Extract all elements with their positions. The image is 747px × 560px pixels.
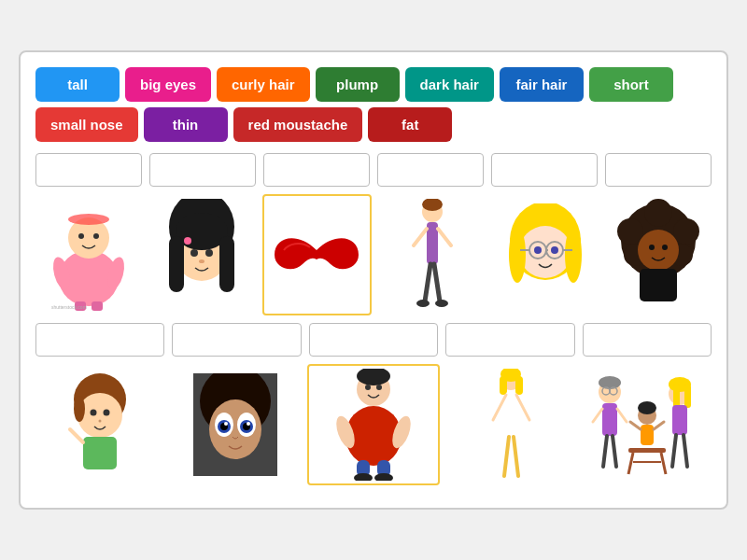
svg-point-94 bbox=[599, 376, 621, 389]
word-bank: tall big eyes curly hair plump dark hair… bbox=[35, 67, 712, 142]
svg-point-52 bbox=[74, 396, 85, 422]
svg-point-3 bbox=[78, 233, 84, 239]
answer-box-1-2[interactable] bbox=[149, 153, 256, 187]
tag-red-moustache[interactable]: red moustache bbox=[233, 107, 363, 142]
image-big-eyes bbox=[172, 364, 301, 485]
svg-rect-105 bbox=[673, 385, 680, 408]
tag-big-eyes[interactable]: big eyes bbox=[125, 67, 211, 102]
answer-box-1-5[interactable] bbox=[491, 153, 598, 187]
svg-point-2 bbox=[68, 214, 109, 225]
main-container: tall big eyes curly hair plump dark hair… bbox=[19, 50, 728, 510]
answer-box-2-5[interactable] bbox=[583, 323, 712, 357]
svg-point-37 bbox=[534, 246, 542, 254]
svg-line-85 bbox=[493, 395, 506, 420]
svg-line-87 bbox=[504, 437, 509, 476]
tag-small-nose[interactable]: small nose bbox=[35, 107, 138, 142]
image-moustache bbox=[262, 194, 372, 315]
image-small-nose bbox=[35, 364, 164, 485]
svg-line-102 bbox=[613, 436, 616, 467]
svg-point-26 bbox=[416, 300, 430, 307]
svg-point-15 bbox=[190, 249, 198, 257]
svg-point-44 bbox=[644, 199, 672, 227]
svg-text:shutterstock.com: shutterstock.com bbox=[51, 304, 87, 310]
svg-point-51 bbox=[78, 393, 122, 438]
svg-line-99 bbox=[593, 409, 602, 422]
svg-rect-14 bbox=[219, 236, 234, 292]
tag-tall[interactable]: tall bbox=[35, 67, 120, 102]
svg-point-78 bbox=[365, 385, 371, 390]
svg-point-68 bbox=[247, 422, 250, 426]
svg-rect-83 bbox=[515, 376, 523, 395]
tag-curly-hair[interactable]: curly hair bbox=[217, 67, 310, 102]
tag-thin[interactable]: thin bbox=[144, 107, 228, 142]
image-row-2 bbox=[35, 364, 712, 485]
image-fat bbox=[307, 364, 440, 485]
svg-point-77 bbox=[374, 473, 393, 481]
answer-row-2 bbox=[35, 323, 712, 357]
svg-point-45 bbox=[638, 230, 679, 271]
image-tall bbox=[379, 194, 485, 315]
image-curly-hair: Nand Gene bbox=[606, 194, 712, 315]
svg-point-67 bbox=[224, 422, 228, 426]
svg-line-114 bbox=[654, 422, 664, 429]
image-thin bbox=[447, 364, 576, 485]
svg-point-38 bbox=[551, 246, 558, 254]
answer-box-2-1[interactable] bbox=[35, 323, 164, 357]
svg-rect-84 bbox=[506, 390, 515, 437]
svg-point-27 bbox=[435, 300, 448, 307]
svg-rect-98 bbox=[602, 403, 617, 436]
svg-rect-82 bbox=[500, 376, 507, 395]
tag-short[interactable]: short bbox=[589, 67, 673, 102]
svg-line-22 bbox=[414, 229, 427, 245]
image-row-1: shutterstock.com bbox=[35, 194, 712, 315]
svg-point-30 bbox=[509, 227, 526, 283]
svg-point-40 bbox=[617, 218, 643, 245]
svg-line-23 bbox=[438, 229, 451, 245]
tag-fair-hair[interactable]: fair hair bbox=[500, 67, 584, 102]
svg-point-17 bbox=[199, 259, 204, 263]
svg-point-4 bbox=[93, 233, 99, 239]
tag-fat[interactable]: fat bbox=[368, 107, 452, 142]
answer-box-2-3[interactable] bbox=[309, 323, 438, 357]
svg-line-100 bbox=[617, 409, 627, 422]
answer-box-2-2[interactable] bbox=[172, 323, 301, 357]
svg-line-88 bbox=[514, 437, 518, 476]
image-plump: shutterstock.com bbox=[35, 194, 141, 315]
svg-line-25 bbox=[434, 264, 440, 301]
image-fair-hair bbox=[492, 194, 598, 315]
svg-rect-49 bbox=[640, 269, 677, 301]
svg-rect-106 bbox=[684, 385, 691, 408]
svg-line-24 bbox=[425, 264, 430, 301]
svg-point-41 bbox=[673, 218, 699, 245]
svg-line-86 bbox=[516, 395, 529, 420]
answer-box-1-6[interactable] bbox=[605, 153, 712, 187]
svg-point-55 bbox=[98, 420, 101, 423]
svg-point-111 bbox=[638, 401, 656, 414]
svg-rect-112 bbox=[641, 425, 654, 445]
svg-line-90 bbox=[628, 453, 633, 474]
image-dark-hair bbox=[148, 194, 254, 315]
tag-plump[interactable]: plump bbox=[316, 67, 400, 102]
svg-rect-89 bbox=[628, 448, 666, 453]
svg-line-109 bbox=[684, 435, 687, 467]
svg-rect-107 bbox=[672, 405, 687, 435]
svg-rect-8 bbox=[92, 301, 103, 311]
answer-box-1-3[interactable] bbox=[263, 153, 370, 187]
svg-point-79 bbox=[376, 385, 382, 390]
answer-box-1-4[interactable] bbox=[377, 153, 484, 187]
svg-point-53 bbox=[90, 410, 96, 416]
answer-box-2-4[interactable] bbox=[445, 323, 574, 357]
svg-line-108 bbox=[672, 435, 676, 467]
svg-line-91 bbox=[661, 453, 666, 474]
tag-dark-hair[interactable]: dark hair bbox=[405, 67, 494, 102]
svg-point-54 bbox=[103, 410, 109, 416]
svg-point-46 bbox=[649, 245, 655, 250]
svg-rect-56 bbox=[83, 437, 117, 469]
svg-point-76 bbox=[354, 473, 373, 481]
answer-box-1-1[interactable] bbox=[35, 153, 142, 187]
svg-line-113 bbox=[630, 422, 641, 429]
svg-point-18 bbox=[184, 237, 191, 245]
answer-row-1 bbox=[35, 153, 712, 187]
image-short bbox=[583, 364, 712, 485]
svg-line-57 bbox=[70, 429, 83, 442]
